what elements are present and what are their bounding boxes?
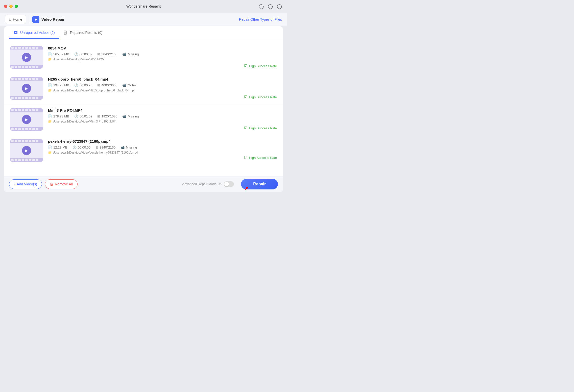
play-icon: ▶ xyxy=(22,84,31,93)
info-icon: ⚙ xyxy=(219,182,222,186)
tabs-bar: Unrepaired Videos (6) Repaired Results (… xyxy=(4,26,283,39)
app-title: Wondershare Repairit xyxy=(126,4,161,8)
advanced-mode-section: Advanced Repair Mode ⚙ xyxy=(182,181,234,187)
remove-all-label: Remove All xyxy=(55,182,73,186)
repaired-tab-icon xyxy=(63,30,68,35)
home-icon: ⌂ xyxy=(9,17,11,22)
success-rate-badge: ☑ High Success Rate xyxy=(244,95,277,99)
video-path: 📁 /Users/ws1/Desktop/Video/Mini 3 Pro PO… xyxy=(48,120,277,123)
success-icon: ☑ xyxy=(244,95,247,99)
video-path: 📁 /Users/ws1/Desktop/Video/H265 gopro_he… xyxy=(48,89,277,92)
nav-divider xyxy=(29,16,29,23)
video-info: 0054.MOV 📄 565.57 MB 🕐 00:00:37 ⊞ 3840*2… xyxy=(48,46,277,61)
minimize-button[interactable] xyxy=(9,5,13,8)
video-path: 📁 /Users/ws1/Desktop/Video/0054.MOV xyxy=(48,58,277,61)
video-item: ▶ Mini 3 Pro POI.MP4 📄 278.73 MB 🕐 00:01… xyxy=(4,104,283,135)
remove-all-button[interactable]: 🗑 Remove All xyxy=(45,179,78,189)
headset-icon[interactable]: ◯ xyxy=(277,4,282,9)
video-path: 📁 /Users/ws1/Desktop/Video/pexels-henry-… xyxy=(48,151,277,154)
video-meta: 📄 278.73 MB 🕐 00:01:02 ⊞ 1920*1080 📹 Mis… xyxy=(48,114,277,118)
video-repair-label: Video Repair xyxy=(41,17,64,21)
video-info: pexels-henry-5723847 (2160p).mp4 📄 12.23… xyxy=(48,139,277,154)
advanced-mode-label: Advanced Repair Mode xyxy=(182,182,217,186)
repair-other-link[interactable]: Repair Other Types of Files xyxy=(239,17,282,21)
add-videos-button[interactable]: + Add Video(s) xyxy=(9,179,42,189)
tab-unrepaired[interactable]: Unrepaired Videos (6) xyxy=(9,27,59,39)
play-icon: ▶ xyxy=(22,53,31,62)
chat-icon[interactable]: ◯ xyxy=(268,4,273,9)
success-icon: ☑ xyxy=(244,126,247,130)
advanced-mode-toggle[interactable] xyxy=(224,181,234,187)
video-name: 0054.MOV xyxy=(48,46,277,50)
bottom-bar: + Add Video(s) 🗑 Remove All Advanced Rep… xyxy=(4,176,283,192)
video-meta: 📄 194.26 MB 🕐 00:00:26 ⊞ 4000*3000 📹 GoP… xyxy=(48,83,277,87)
title-bar: Wondershare Repairit ◯ ◯ ◯ xyxy=(0,0,287,13)
video-thumbnail: ▶ xyxy=(10,139,43,162)
success-rate-label: High Success Rate xyxy=(249,126,277,130)
success-icon: ☑ xyxy=(244,64,247,68)
video-meta: 📄 565.57 MB 🕐 00:00:37 ⊞ 3840*2160 📹 Mis… xyxy=(48,52,277,56)
play-icon: ▶ xyxy=(22,115,31,124)
video-thumbnail: ▶ xyxy=(10,46,43,69)
play-icon: ▶ xyxy=(22,146,31,155)
nav-bar: ⌂ Home ▶ Video Repair Repair Other Types… xyxy=(0,13,287,26)
video-repair-nav: ▶ Video Repair xyxy=(32,16,64,23)
video-thumbnail: ▶ xyxy=(10,77,43,100)
video-info: H265 gopro_hero6_black_04.mp4 📄 194.26 M… xyxy=(48,77,277,92)
video-item: ▶ 0054.MOV 📄 565.57 MB 🕐 00:00:37 ⊞ 3840… xyxy=(4,42,283,73)
video-info: Mini 3 Pro POI.MP4 📄 278.73 MB 🕐 00:01:0… xyxy=(48,108,277,123)
unrepaired-tab-label: Unrepaired Videos (6) xyxy=(20,31,55,35)
video-repair-icon: ▶ xyxy=(32,16,39,23)
video-name: Mini 3 Pro POI.MP4 xyxy=(48,108,277,112)
tab-repaired[interactable]: Repaired Results (0) xyxy=(59,27,106,39)
success-rate-badge: ☑ High Success Rate xyxy=(244,126,277,130)
video-meta: 📄 12.23 MB 🕐 00:00:05 ⊞ 3840*2160 📹 Miss… xyxy=(48,145,277,149)
title-icons: ◯ ◯ ◯ xyxy=(259,4,282,9)
video-thumbnail: ▶ xyxy=(10,108,43,131)
repaired-tab-label: Repaired Results (0) xyxy=(70,31,102,35)
video-name: pexels-henry-5723847 (2160p).mp4 xyxy=(48,139,277,143)
unrepaired-tab-icon xyxy=(13,30,18,35)
trash-icon: 🗑 xyxy=(50,182,53,186)
video-name: H265 gopro_hero6_black_04.mp4 xyxy=(48,77,277,81)
success-icon: ☑ xyxy=(244,155,247,160)
toggle-knob xyxy=(224,182,229,186)
main-content: Unrepaired Videos (6) Repaired Results (… xyxy=(4,26,283,192)
success-rate-label: High Success Rate xyxy=(249,64,277,68)
maximize-button[interactable] xyxy=(15,5,18,8)
repair-button[interactable]: Repair xyxy=(241,179,278,189)
video-item: ▶ H265 gopro_hero6_black_04.mp4 📄 194.26… xyxy=(4,73,283,104)
close-button[interactable] xyxy=(4,5,7,8)
traffic-lights xyxy=(4,5,18,8)
home-nav-button[interactable]: ⌂ Home xyxy=(5,15,26,24)
home-label: Home xyxy=(13,17,22,21)
video-list: ▶ 0054.MOV 📄 565.57 MB 🕐 00:00:37 ⊞ 3840… xyxy=(4,39,283,176)
success-rate-label: High Success Rate xyxy=(249,156,277,160)
video-item: ▶ pexels-henry-5723847 (2160p).mp4 📄 12.… xyxy=(4,135,283,164)
success-rate-badge: ☑ High Success Rate xyxy=(244,155,277,160)
user-icon[interactable]: ◯ xyxy=(259,4,264,9)
success-rate-badge: ☑ High Success Rate xyxy=(244,64,277,68)
success-rate-label: High Success Rate xyxy=(249,95,277,99)
